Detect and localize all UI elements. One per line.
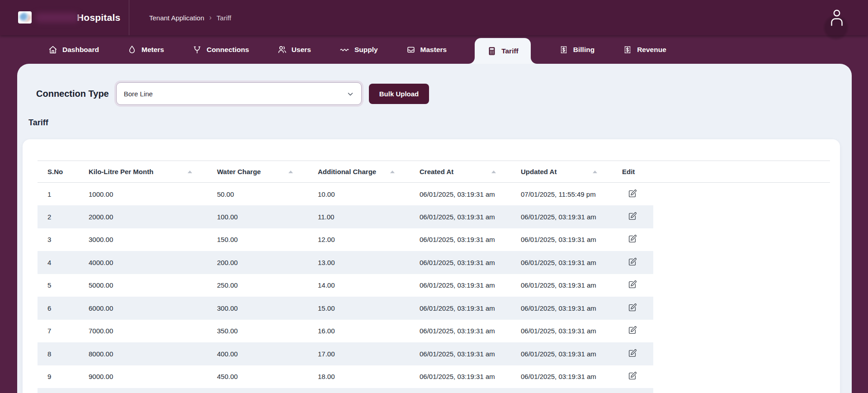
cell-additional-charge: 17.00 <box>318 342 420 365</box>
tab-label: Users <box>292 46 311 54</box>
cell-sno: 2 <box>38 205 89 228</box>
sort-arrow-icon[interactable] <box>593 170 597 173</box>
cell-kilo-litre: 9000.00 <box>89 365 217 388</box>
edit-row-button[interactable] <box>627 189 637 199</box>
sort-arrow-icon[interactable] <box>390 170 395 173</box>
cell-created-at: 06/01/2025, 03:19:31 am <box>420 297 521 320</box>
tab-label: Meters <box>142 46 164 54</box>
column-header-sno: S.No <box>38 161 89 183</box>
cell-created-at: 06/01/2025, 03:19:31 am <box>420 274 521 297</box>
cell-kilo-litre: 5000.00 <box>89 274 217 297</box>
tray-icon <box>406 45 416 55</box>
column-header-edit: Edit <box>622 161 653 183</box>
edit-row-button[interactable] <box>627 257 637 267</box>
cell-filler <box>653 274 830 297</box>
edit-icon <box>627 211 637 221</box>
column-header-additional-charge[interactable]: Additional Charge <box>318 161 420 183</box>
column-header-water-charge[interactable]: Water Charge <box>217 161 318 183</box>
edit-icon <box>627 257 637 267</box>
cell-empty <box>318 388 420 393</box>
cell-edit <box>622 365 653 388</box>
cell-additional-charge: 13.00 <box>318 251 420 274</box>
tab-connections[interactable]: Connections <box>192 35 249 64</box>
edit-row-button[interactable] <box>627 303 637 313</box>
header-divider <box>129 0 129 35</box>
cell-filler <box>653 251 830 274</box>
tab-label: Masters <box>420 46 447 54</box>
cell-edit <box>622 274 653 297</box>
column-header-kilo-litre[interactable]: Kilo-Litre Per Month <box>89 161 217 183</box>
cell-additional-charge: 12.00 <box>318 228 420 251</box>
cell-kilo-litre: 3000.00 <box>89 228 217 251</box>
bulk-upload-button[interactable]: Bulk Upload <box>369 84 429 104</box>
tab-billing[interactable]: Billing <box>559 35 594 64</box>
sort-arrow-icon[interactable] <box>288 170 293 173</box>
sort-arrow-icon[interactable] <box>491 170 496 173</box>
pipe-fork-icon <box>192 45 202 55</box>
cell-created-at: 06/01/2025, 03:19:31 am <box>420 205 521 228</box>
cell-empty <box>38 388 89 393</box>
tab-dashboard[interactable]: Dashboard <box>48 35 99 64</box>
main-nav: Dashboard Meters Connections Users Suppl… <box>0 35 868 64</box>
cell-updated-at: 06/01/2025, 03:19:31 am <box>521 251 622 274</box>
cell-edit <box>622 205 653 228</box>
tab-curve-right <box>531 57 537 64</box>
edit-row-button[interactable] <box>627 279 637 289</box>
cell-kilo-litre: 8000.00 <box>89 342 217 365</box>
tab-users[interactable]: Users <box>277 35 311 64</box>
tab-label: Connections <box>207 46 249 54</box>
cell-sno: 3 <box>38 228 89 251</box>
user-avatar-button[interactable] <box>826 6 846 30</box>
chevron-down-icon <box>347 90 354 98</box>
column-header-created-at[interactable]: Created At <box>420 161 521 183</box>
tab-label: Dashboard <box>62 46 99 54</box>
cell-sno: 1 <box>38 183 89 206</box>
cell-updated-at: 06/01/2025, 03:19:31 am <box>521 320 622 343</box>
cell-created-at: 06/01/2025, 03:19:31 am <box>420 183 521 206</box>
cell-sno: 9 <box>38 365 89 388</box>
edit-row-button[interactable] <box>627 234 637 244</box>
column-header-filler <box>653 161 830 183</box>
cell-additional-charge: 14.00 <box>318 274 420 297</box>
table-row: 66000.00300.0015.0006/01/2025, 03:19:31 … <box>38 297 830 320</box>
tab-tariff[interactable]: Tariff <box>475 38 531 64</box>
edit-row-button[interactable] <box>627 211 637 221</box>
edit-row-button[interactable] <box>627 348 637 358</box>
table-row: 11000.0050.0010.0006/01/2025, 03:19:31 a… <box>38 183 830 206</box>
tab-meters[interactable]: Meters <box>127 35 164 64</box>
sort-arrow-icon[interactable] <box>188 170 192 173</box>
tab-revenue[interactable]: Revenue <box>623 35 666 64</box>
cell-filler <box>653 205 830 228</box>
edit-row-button[interactable] <box>627 371 637 381</box>
cell-updated-at: 06/01/2025, 03:19:31 am <box>521 205 622 228</box>
tab-supply[interactable]: Supply <box>339 35 378 64</box>
tab-masters[interactable]: Masters <box>406 35 447 64</box>
breadcrumb-current: Tariff <box>217 14 231 22</box>
breadcrumb-parent[interactable]: Tenant Application <box>149 14 204 22</box>
brand-name-redacted <box>35 13 79 23</box>
cell-empty <box>420 388 521 393</box>
cell-updated-at: 07/01/2025, 11:55:49 pm <box>521 183 622 206</box>
edit-icon <box>627 189 637 199</box>
cell-updated-at: 06/01/2025, 03:19:31 am <box>521 342 622 365</box>
droplet-icon <box>127 45 137 55</box>
main-content-panel: Connection Type Bore Line Bulk Upload Ta… <box>17 64 852 393</box>
logo-image <box>19 13 30 22</box>
cell-edit <box>622 228 653 251</box>
edit-row-button[interactable] <box>627 325 637 335</box>
cell-water-charge: 200.00 <box>217 251 318 274</box>
table-header-row: S.No Kilo-Litre Per Month Water Charge A… <box>38 161 830 183</box>
cell-sno: 5 <box>38 274 89 297</box>
cell-additional-charge: 16.00 <box>318 320 420 343</box>
edit-icon <box>627 303 637 313</box>
tab-curve-left <box>468 57 475 64</box>
cell-filler <box>653 297 830 320</box>
table-row: 44000.00200.0013.0006/01/2025, 03:19:31 … <box>38 251 830 274</box>
app-header: Hospitals Tenant Application › Tariff <box>0 0 868 35</box>
cell-filler <box>653 228 830 251</box>
column-header-updated-at[interactable]: Updated At <box>521 161 622 183</box>
tariff-table-card: S.No Kilo-Litre Per Month Water Charge A… <box>23 139 840 393</box>
connection-type-select[interactable]: Bore Line <box>116 82 362 105</box>
wave-icon <box>339 45 350 55</box>
cell-empty <box>622 388 653 393</box>
